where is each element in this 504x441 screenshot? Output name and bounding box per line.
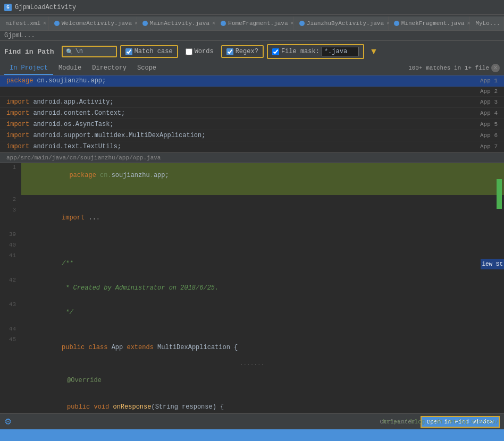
line-content: public void onResponse(String response) …: [27, 395, 504, 413]
file-path-text: app/src/main/java/cn/soujianzhu/app/App.…: [6, 155, 161, 161]
line-number: 43: [0, 300, 21, 308]
result-code: import android.os.AsyncTask;: [6, 121, 114, 128]
results-panel: package cn.soujianzhu.app; App 1 App 2 i…: [0, 75, 504, 152]
separator: .......: [0, 360, 504, 367]
line-number: 39: [0, 230, 21, 238]
result-code: import android.content.Context;: [6, 109, 125, 117]
search-icon: 🔍: [66, 48, 73, 55]
code-line: 39: [0, 230, 504, 241]
tab-main[interactable]: MainActivity.java ×: [137, 16, 216, 30]
tab-minek[interactable]: MinekFragment.java ×: [389, 16, 471, 30]
line-content: [21, 230, 504, 232]
match-case-checkbox[interactable]: [125, 48, 132, 55]
url-display: https://blog.csdn.net/qq_42221857: [383, 419, 499, 425]
result-row[interactable]: import android.content.Context; App 4: [0, 108, 504, 119]
code-line: 41 /**: [0, 251, 504, 276]
line-number: 1: [0, 163, 21, 195]
tab-dot-welcome: [54, 21, 60, 26]
result-app-label: App 1: [480, 78, 498, 84]
find-scope-tabs: In Project Module Directory Scope: [4, 62, 162, 75]
tab-label: MyLo...: [475, 20, 500, 27]
tab-label: nifest.xml: [5, 20, 40, 27]
result-row[interactable]: import android.support.multidex.MultiDex…: [0, 130, 504, 141]
tab-dot-minek: [394, 21, 399, 26]
result-app-label: App 3: [480, 99, 498, 105]
tab-dot-jianzhu: [299, 21, 305, 26]
code-preview: app/src/main/java/cn/soujianzhu/app/App.…: [0, 152, 504, 429]
tab-dot-main: [142, 21, 148, 26]
tab-directory[interactable]: Directory: [87, 62, 132, 75]
result-app-label: App 7: [480, 143, 498, 150]
tab-welcome[interactable]: WelcomeActivity.java ×: [49, 16, 137, 30]
regex-label[interactable]: Regex?: [236, 48, 258, 55]
code-line: 45 public class App extends MultiDexAppl…: [0, 335, 504, 360]
result-code: import android.text.TextUtils;: [6, 143, 121, 150]
code-line: @Override: [0, 367, 504, 394]
line-content: * Created by Administrator on 2018/6/25.: [21, 276, 504, 300]
tab-home[interactable]: HomeFragment.java ×: [215, 16, 294, 30]
title-bar: G GjpmLoadActivity: [0, 0, 504, 15]
result-row[interactable]: import android.text.TextUtils; App 7: [0, 141, 504, 152]
file-mask-input[interactable]: [322, 47, 359, 56]
filter-button[interactable]: ▼: [367, 46, 380, 57]
code-line: public void onResponse(String response) …: [0, 394, 504, 413]
line-content: [21, 325, 504, 327]
tab-dot-home: [221, 21, 226, 26]
code-line: 3 import ...: [0, 206, 504, 230]
match-case-group: Match case: [120, 45, 178, 58]
regex-group: Regex?: [221, 45, 264, 58]
close-find-panel-button[interactable]: ×: [491, 64, 500, 72]
settings-gear-button[interactable]: ⚙: [4, 417, 12, 427]
code-line: 2: [0, 195, 504, 206]
match-case-label[interactable]: Match case: [135, 48, 173, 55]
words-group: Words: [181, 46, 218, 57]
tab-mylo[interactable]: MyLo...: [470, 16, 504, 30]
regex-checkbox[interactable]: [226, 48, 233, 55]
search-input[interactable]: [75, 48, 113, 55]
tab-scope[interactable]: Scope: [132, 62, 162, 75]
tab-jianzhu[interactable]: JianzhuByActivity.java ×: [294, 16, 389, 30]
tab-manifest[interactable]: nifest.xml ×: [0, 16, 49, 30]
result-row[interactable]: import android.os.AsyncTask; App 5: [0, 119, 504, 130]
tab-module[interactable]: Module: [53, 62, 87, 75]
tab-close-home[interactable]: ×: [291, 21, 294, 27]
words-label[interactable]: Words: [195, 48, 214, 55]
result-app-label: App 4: [480, 110, 498, 116]
find-panel-title: Find in Path: [4, 48, 54, 56]
line-number: 42: [0, 276, 21, 283]
result-code: import android.app.Activity;: [6, 98, 114, 106]
line-number: 3: [0, 206, 21, 213]
file-mask-group: File mask:: [267, 44, 364, 59]
code-lines: 1 package cn.soujianzhu.app; 2 3 import …: [0, 163, 504, 413]
result-row[interactable]: App 2: [0, 87, 504, 97]
tab-close-main[interactable]: ×: [212, 21, 215, 27]
tab-label: HomeFragment.java: [228, 20, 288, 27]
tab-label: WelcomeActivity.java: [62, 20, 132, 27]
words-checkbox[interactable]: [186, 48, 192, 55]
status-bar: [0, 429, 504, 441]
code-line: 43 */: [0, 300, 504, 325]
result-app-label: App 5: [480, 121, 498, 128]
code-line: 40: [0, 241, 504, 251]
result-code: import android.support.multidex.MultiDex…: [6, 132, 205, 139]
find-in-path-panel: Find in Path 🔍 Match case Words Regex?: [0, 41, 504, 75]
result-row[interactable]: import android.app.Activity; App 3: [0, 97, 504, 108]
side-panel-label: iew St: [481, 259, 504, 269]
gear-icon: ⚙: [4, 417, 12, 426]
code-line: 42 * Created by Administrator on 2018/6/…: [0, 276, 504, 300]
line-content: [21, 195, 504, 197]
app-breadcrumb: GjpmL...: [4, 32, 35, 39]
search-input-wrapper: 🔍: [62, 46, 117, 57]
file-mask-label[interactable]: File mask:: [281, 48, 320, 55]
matches-info: 100+ matches in 1+ file ×: [408, 64, 500, 72]
line-number: 2: [0, 195, 21, 202]
file-mask-checkbox[interactable]: [272, 48, 279, 55]
tab-in-project[interactable]: In Project: [4, 62, 53, 75]
result-app-label: App 2: [480, 88, 498, 95]
line-number: 40: [0, 241, 21, 248]
tab-close-manifest[interactable]: ×: [43, 21, 46, 27]
title-text: GjpmLoadActivity: [15, 4, 76, 11]
line-content: import ...: [21, 206, 504, 230]
code-line: 44: [0, 325, 504, 335]
result-row[interactable]: package cn.soujianzhu.app; App 1: [0, 75, 504, 87]
